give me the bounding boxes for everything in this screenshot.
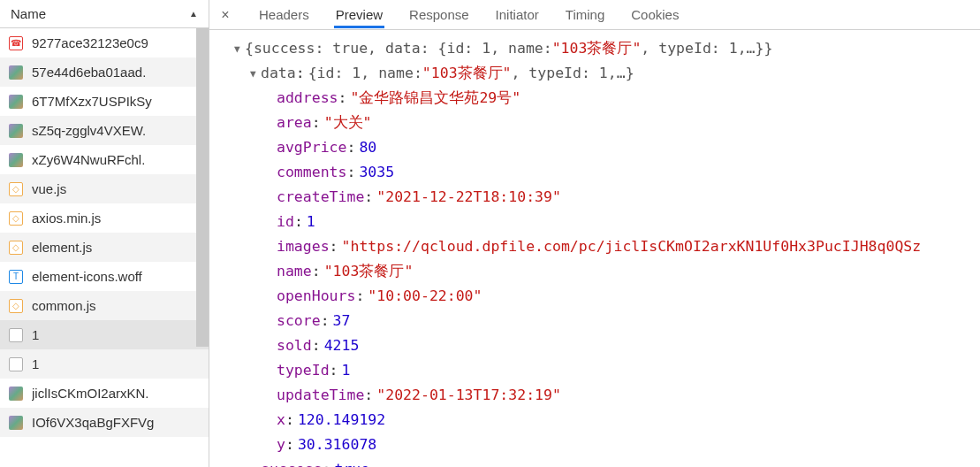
root-summary-suffix: , typeId: 1,…}}	[641, 37, 772, 60]
json-value-openHours: "10:00-22:00"	[368, 285, 482, 308]
request-row[interactable]: 6T7MfXzx7USPIkSy	[0, 87, 209, 116]
data-summary-suffix: , typeId: 1,…}	[512, 62, 634, 85]
image-icon	[9, 124, 23, 138]
json-value-sold: 4215	[324, 334, 360, 357]
json-key-images: images	[277, 235, 330, 258]
data-summary-prefix: {id: 1, name:	[308, 62, 422, 85]
preview-json-tree[interactable]: ▼ {success: true, data: {id: 1, name: "1…	[209, 30, 980, 467]
tab-preview[interactable]: Preview	[334, 2, 384, 28]
xhr-icon	[9, 328, 23, 342]
js-icon: ◇	[9, 182, 23, 196]
request-name: sZ5q-zgglv4VXEW.	[32, 123, 146, 138]
tab-response[interactable]: Response	[407, 2, 471, 27]
tab-timing[interactable]: Timing	[564, 2, 606, 27]
network-request-list: Name ▲ ☎9277ace32123e0c957e44d6eba01aad.…	[0, 0, 209, 467]
request-row[interactable]: ◇axios.min.js	[0, 203, 209, 233]
image-icon	[9, 416, 23, 430]
detail-tabbar: × HeadersPreviewResponseInitiatorTimingC…	[209, 0, 980, 30]
json-key-score: score	[277, 310, 321, 333]
tab-initiator[interactable]: Initiator	[494, 2, 541, 27]
request-row[interactable]: IOf6VX3qaBgFXFVg	[0, 408, 209, 437]
request-row[interactable]: sZ5q-zgglv4VXEW.	[0, 116, 209, 145]
json-key-id: id	[277, 211, 294, 234]
json-key-createTime: createTime	[277, 186, 364, 209]
image-icon	[9, 95, 23, 109]
sort-arrow-up-icon: ▲	[189, 9, 198, 19]
request-name: element.js	[32, 240, 92, 255]
request-name: element-icons.woff	[32, 269, 142, 284]
image-icon	[9, 153, 23, 167]
js-icon: ◇	[9, 241, 23, 255]
request-name: 6T7MfXzx7USPIkSy	[32, 94, 152, 109]
close-detail-button[interactable]: ×	[217, 7, 234, 23]
request-name: vue.js	[32, 181, 66, 196]
image-icon	[9, 387, 23, 401]
request-name: 9277ace32123e0c9	[32, 35, 148, 50]
js-icon: ◇	[9, 211, 23, 226]
request-row[interactable]: ◇common.js	[0, 291, 209, 320]
request-name: 1	[32, 327, 39, 342]
expand-arrow-icon[interactable]: ▼	[250, 63, 261, 86]
json-key-openHours: openHours	[277, 285, 355, 308]
root-summary-name: "103茶餐厅"	[552, 37, 642, 60]
xhr-icon	[9, 357, 23, 371]
json-key-avgPrice: avgPrice	[277, 136, 346, 159]
json-value-area: "大关"	[324, 111, 372, 134]
json-value-name: "103茶餐厅"	[324, 260, 414, 283]
js-icon: ◇	[9, 299, 23, 313]
json-key-success: success	[261, 458, 323, 467]
data-summary-name: "103茶餐厅"	[422, 62, 512, 85]
json-value-address: "金华路锦昌文华苑29号"	[350, 87, 520, 110]
request-row[interactable]: ◇element.js	[0, 233, 209, 262]
json-value-id: 1	[307, 211, 315, 234]
json-value-comments: 3035	[359, 161, 394, 184]
json-key-sold: sold	[277, 334, 312, 357]
json-value-updateTime: "2022-01-13T17:32:19"	[376, 384, 561, 407]
json-key-typeId: typeId	[277, 359, 330, 382]
json-value-avgPrice: 80	[359, 136, 376, 159]
request-row[interactable]: ◇vue.js	[0, 174, 209, 203]
request-row[interactable]: xZy6W4NwuRFchl.	[0, 145, 209, 174]
json-key-updateTime: updateTime	[277, 384, 364, 407]
image-icon	[9, 65, 23, 80]
json-value-images: "https://qcloud.dpfile.com/pc/jiclIsCKmO…	[342, 235, 922, 258]
request-name: 57e44d6eba01aad.	[32, 65, 146, 80]
expand-arrow-icon[interactable]: ▼	[234, 38, 245, 61]
json-key-address: address	[277, 87, 338, 110]
request-row[interactable]: 1	[0, 320, 209, 349]
request-row[interactable]: Telement-icons.woff	[0, 262, 209, 291]
json-key-comments: comments	[277, 161, 346, 184]
tab-headers[interactable]: Headers	[257, 2, 311, 27]
name-column-label: Name	[11, 6, 46, 21]
json-value-success: true	[334, 458, 369, 467]
request-row[interactable]: 1	[0, 349, 209, 379]
request-name: IOf6VX3qaBgFXFVg	[32, 415, 154, 430]
root-summary-prefix: {success: true, data: {id: 1, name:	[245, 37, 552, 60]
json-key-y: y	[277, 433, 285, 456]
font-icon: T	[9, 270, 23, 284]
json-value-x: 120.149192	[298, 409, 385, 432]
tab-cookies[interactable]: Cookies	[629, 2, 680, 27]
json-value-createTime: "2021-12-22T18:10:39"	[376, 186, 561, 209]
json-value-typeId: 1	[342, 359, 351, 382]
request-row[interactable]: ☎9277ace32123e0c9	[0, 28, 209, 57]
detail-panel: × HeadersPreviewResponseInitiatorTimingC…	[209, 0, 980, 467]
json-key-area: area	[277, 111, 312, 134]
request-row[interactable]: 57e44d6eba01aad.	[0, 57, 209, 87]
request-name: axios.min.js	[32, 211, 101, 226]
request-name: jiclIsCKmOI2arxKN.	[32, 386, 149, 401]
doc-icon: ☎	[9, 36, 23, 50]
json-key-data: data	[261, 62, 296, 85]
json-value-score: 37	[333, 310, 351, 333]
json-key-name: name	[277, 260, 312, 283]
request-name: xZy6W4NwuRFchl.	[32, 152, 145, 167]
request-name: 1	[32, 356, 39, 371]
request-name: common.js	[32, 298, 96, 313]
request-row[interactable]: jiclIsCKmOI2arxKN.	[0, 379, 209, 408]
json-value-y: 30.316078	[298, 433, 376, 456]
json-key-x: x	[277, 409, 285, 432]
scrollbar-thumb[interactable]	[196, 28, 209, 347]
name-column-header[interactable]: Name ▲	[0, 0, 209, 28]
